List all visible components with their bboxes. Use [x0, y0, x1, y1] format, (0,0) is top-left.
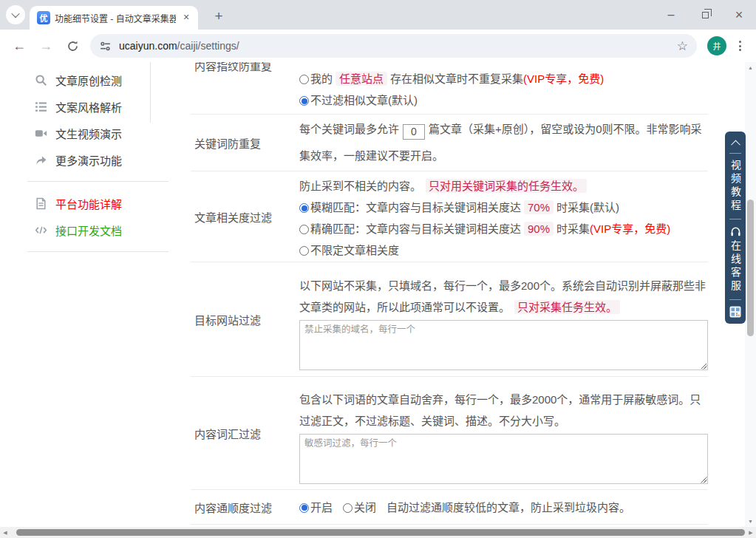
back-button[interactable]: ←: [9, 35, 30, 56]
option-text: 关闭: [354, 501, 376, 514]
setting-row-relevance-filter: 文章相关度过滤 防止采到不相关的内容。只对用关键词采集的任务生效。 模糊匹配：文…: [191, 171, 708, 262]
window-controls: – ×: [654, 0, 756, 30]
browser-tab-active[interactable]: 优 功能细节设置 - 自动文章采集器 ×: [30, 6, 198, 30]
url-domain: ucaiyun.com: [119, 40, 177, 52]
option-text: 我的: [310, 72, 333, 85]
headset-icon: [729, 225, 742, 237]
panel-divider: [729, 219, 741, 219]
qr-code-icon[interactable]: [729, 306, 741, 318]
panel-divider: [729, 153, 741, 154]
search-icon: [35, 74, 47, 86]
setting-row-site-blocklist: 目标网站过滤 以下网站不采集，只填域名，每行一个，最多200个。系统会自动识别并…: [191, 262, 708, 377]
new-tab-button[interactable]: +: [208, 6, 229, 27]
video-camera-icon: [35, 127, 47, 140]
radio-option-no-limit[interactable]: 不限定文章相关度: [299, 239, 708, 261]
profile-avatar[interactable]: 井: [707, 36, 726, 55]
setting-label: 关键词防重复: [191, 135, 299, 151]
forward-button[interactable]: →: [35, 35, 56, 56]
sidebar-item-style-analysis[interactable]: 文案风格解析: [0, 93, 168, 120]
floating-help-panel: 视频教程 在线客服: [725, 132, 746, 324]
chevron-down-icon: [11, 10, 19, 18]
relevance-desc: 防止采到不相关的内容。只对用关键词采集的任务生效。: [299, 175, 708, 197]
max-articles-input[interactable]: [403, 124, 425, 140]
desc-text: 每个关键词最多允许: [299, 123, 399, 135]
tab-search-button[interactable]: [6, 5, 25, 24]
setting-label: 内容通顺度过滤: [191, 500, 299, 515]
radio-unchecked[interactable]: [299, 75, 309, 84]
sidebar-item-platform-features[interactable]: 平台功能详解: [0, 190, 168, 217]
option-text: 开启: [310, 501, 333, 514]
document-icon: [35, 197, 47, 210]
site-blocklist-desc: 以下网站不采集，只填域名，每行一个，最多200个。系统会自动识别并屏蔽那些非文章…: [299, 275, 708, 318]
scroll-down-arrow[interactable]: ▼: [745, 519, 756, 524]
address-bar[interactable]: ucaiyun.com/caiji/settings/ ☆: [90, 34, 697, 58]
radio-option-exact-match[interactable]: 精确匹配：文章内容与目标关键词相关度达90%时采集(VIP专享，免费): [299, 218, 708, 239]
option-text: 存在相似文章时不重复采集: [390, 72, 523, 85]
fluency-desc: 自动过滤通顺度较低的文章，防止采到垃圾内容。: [386, 497, 630, 518]
radio-unchecked[interactable]: [299, 246, 309, 256]
site-favicon: 优: [37, 11, 50, 24]
sidebar-divider: [27, 251, 168, 252]
video-tutorial-button[interactable]: 视频教程: [730, 160, 740, 213]
window-minimize-button[interactable]: –: [654, 0, 688, 30]
horizontal-scrollbar[interactable]: ◀ ▶: [0, 527, 756, 538]
url-text[interactable]: ucaiyun.com/caiji/settings/: [119, 40, 677, 52]
tab-title: 功能细节设置 - 自动文章采集器: [55, 12, 176, 24]
online-service-button[interactable]: 在线客服: [730, 240, 740, 293]
radio-option-no-filter[interactable]: 不过滤相似文章(默认): [299, 89, 708, 111]
scroll-left-arrow[interactable]: ◀: [0, 527, 10, 538]
radio-checked[interactable]: [299, 203, 309, 213]
radio-option-fluency-on[interactable]: 开启: [299, 497, 333, 518]
bookmark-star-icon[interactable]: ☆: [677, 38, 688, 54]
sidebar-item-label: 接口开发文档: [55, 222, 122, 238]
tab-close-button[interactable]: ×: [180, 12, 192, 24]
horizontal-scroll-thumb[interactable]: [16, 529, 745, 536]
setting-row-word-filter: 内容词汇过滤 包含以下词语的文章自动舍弃，每行一个，最多2000个，通常用于屏蔽…: [191, 377, 708, 490]
panel-divider: [729, 299, 741, 300]
radio-option-fuzzy-match[interactable]: 模糊匹配：文章内容与目标关键词相关度达70%时采集(默认): [299, 197, 708, 218]
sidebar-item-text-to-video[interactable]: 文生视频演示: [0, 120, 168, 146]
option-text: 不限定文章相关度: [310, 244, 399, 256]
sidebar-item-label: 文生视频演示: [55, 126, 122, 141]
radio-unchecked[interactable]: [343, 503, 353, 513]
radio-checked[interactable]: [299, 96, 309, 106]
percent-badge: 90%: [524, 222, 554, 236]
radio-option-my-sites[interactable]: 我的任意站点存在相似文章时不重复采集(VIP专享，免费): [299, 68, 708, 89]
window-restore-button[interactable]: [688, 0, 722, 30]
vip-label: (VIP专享，免费): [523, 72, 604, 85]
scroll-up-arrow[interactable]: ▲: [745, 65, 756, 70]
setting-label: 内容词汇过滤: [191, 426, 299, 441]
reload-button[interactable]: [62, 35, 83, 56]
sensitive-words-textarea[interactable]: [299, 434, 708, 484]
radio-checked[interactable]: [299, 503, 309, 513]
collapse-up-icon[interactable]: [731, 140, 740, 150]
restore-icon: [702, 12, 709, 18]
sidebar-item-api-docs[interactable]: 接口开发文档: [0, 217, 168, 243]
any-site-badge: 任意站点: [336, 72, 387, 86]
setting-label: 文章相关度过滤: [191, 209, 299, 225]
site-settings-icon[interactable]: [99, 40, 112, 52]
radio-unchecked[interactable]: [299, 225, 309, 234]
numbered-list-icon: [35, 101, 47, 113]
window-close-button[interactable]: ×: [722, 0, 756, 30]
sidebar: 文章原创检测 文案风格解析 文生视频演示 更多演示功能: [0, 62, 168, 260]
blocked-domains-textarea[interactable]: [299, 320, 708, 370]
radio-option-fluency-off[interactable]: 关闭: [343, 497, 376, 518]
setting-label: 内容指纹防重复: [191, 62, 299, 114]
option-text: 不过滤相似文章(默认): [310, 94, 418, 106]
setting-label: 目标网站过滤: [191, 312, 299, 327]
sidebar-item-more-demos[interactable]: 更多演示功能: [0, 146, 168, 173]
browser-menu-button[interactable]: [732, 41, 747, 51]
vip-label: (VIP专享，免费): [590, 222, 670, 235]
page-content: 文章原创检测 文案风格解析 文生视频演示 更多演示功能: [0, 62, 756, 538]
vertical-scrollbar[interactable]: ▲ ▼: [745, 62, 756, 527]
collect-task-note: 只对采集任务生效。: [514, 300, 620, 314]
vertical-scroll-thumb[interactable]: [747, 200, 754, 336]
sidebar-divider: [27, 181, 168, 182]
sidebar-item-label: 文案风格解析: [55, 99, 122, 115]
setting-row-fingerprint-dedup: 内容指纹防重复 我的任意站点存在相似文章时不重复采集(VIP专享，免费) 不过滤…: [191, 62, 708, 115]
reload-icon: [67, 40, 79, 52]
browser-toolbar: ← → ucaiyun.com/caiji/settings/ ☆ 井: [0, 30, 756, 62]
scroll-right-arrow[interactable]: ▶: [746, 527, 756, 538]
sidebar-item-originality-check[interactable]: 文章原创检测: [0, 67, 168, 93]
